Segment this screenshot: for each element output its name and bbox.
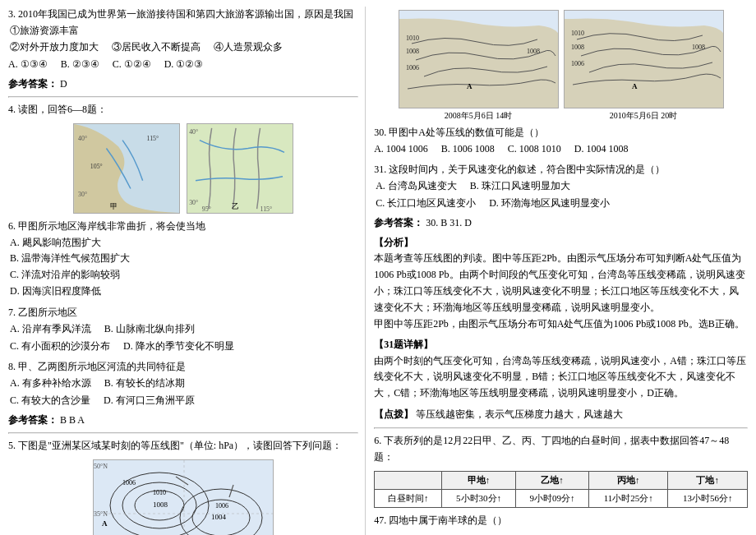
- q678-answer: B B A: [60, 414, 85, 426]
- svg-rect-5: [187, 124, 293, 213]
- daylight-table-container: 甲地↑ 乙地↑ 丙地↑ 丁地↑ 白昼时间↑ 5小时30分↑ 9小时09分↑ 11…: [374, 471, 748, 508]
- svg-text:95°: 95°: [202, 205, 211, 213]
- q8-optD: D. 有河口三角洲平原: [104, 393, 195, 408]
- map-jia-svg: 105° 115° 40° 30° 甲: [74, 124, 179, 213]
- svg-text:35°N: 35°N: [94, 510, 108, 518]
- map-left: 1008 1006 1010 1008 A: [399, 10, 559, 108]
- daylight-table: 甲地↑ 乙地↑ 丙地↑ 丁地↑ 白昼时间↑ 5小时30分↑ 9小时09分↑ 11…: [374, 471, 748, 508]
- q3-opt-row: ②对外开放力度加大 ③居民收入不断提高 ④人造景观众多: [10, 39, 358, 55]
- q31-row2: C. 长江口地区风速变小 D. 环渤海地区风速明显变小: [376, 196, 748, 211]
- question-6: 6. 甲图所示地区海岸线非常曲折，将会使当地 A. 飓风影响范围扩大 B. 温带…: [8, 219, 358, 300]
- q3-choiceC: C. ①②④: [113, 57, 151, 72]
- q4-maps: 105° 115° 40° 30° 甲: [8, 123, 358, 214]
- svg-text:1008: 1008: [153, 500, 168, 509]
- q3-options: ①旅游资源丰富 ②对外开放力度加大 ③居民收入不断提高 ④人造景观众多: [10, 23, 358, 55]
- question-5: 5. 下图是"亚洲某区域某时刻的等压线图"（单位: hPa），读图回答下列问题：…: [8, 438, 358, 535]
- map-right-container: 1008 1006 1010 1008 A 2010年5月6日 20时: [564, 10, 724, 122]
- q31-row1: A. 台湾岛风速变大 B. 珠江口风速明显加大: [376, 178, 748, 194]
- q31-optB: B. 珠江口风速明显加大: [470, 178, 570, 194]
- right-column: 1008 1006 1010 1008 A 2008年5月6日 14时: [366, 7, 748, 535]
- svg-text:1004: 1004: [211, 513, 227, 521]
- table-th-jia: 甲地↑: [442, 471, 515, 489]
- svg-text:1006: 1006: [122, 479, 136, 487]
- svg-text:40°: 40°: [78, 134, 87, 141]
- question-7: 7. 乙图所示地区 A. 沿岸有季风洋流 B. 山脉南北纵向排列 C. 有小面积…: [8, 305, 358, 354]
- q6-optA: A. 飓风影响范围扩大: [10, 235, 358, 251]
- q6-optC: C. 洋流对沿岸的影响较弱: [10, 267, 358, 284]
- svg-text:A: A: [102, 519, 108, 528]
- q3-text: 3. 2010年我国已成为世界第一旅游接待国和第四大旅游客源输出国，原因是我国: [8, 7, 358, 23]
- divider-3: [374, 427, 748, 429]
- table-row: 白昼时间↑ 5小时30分↑ 9小时09分↑ 11小时25分↑ 13小时56分↑: [375, 489, 748, 507]
- q678-answer-label: 参考答案：: [8, 414, 58, 426]
- q5-map: 1008 1010 1006 1004 1006 A: [93, 459, 274, 535]
- q30-optC: C. 1008 1010: [508, 141, 561, 157]
- q7-row2: C. 有小面积的沙漠分布 D. 降水的季节变化不明显: [10, 339, 358, 354]
- q3031-answer-label: 参考答案：: [374, 217, 423, 228]
- map-jia: 105° 115° 40° 30° 甲: [73, 123, 180, 214]
- table-th-yi: 乙地↑: [515, 471, 588, 489]
- q8-row1: A. 有多种补给水源 B. 有较长的结冰期: [10, 376, 358, 391]
- q7-optB: B. 山脉南北纵向排列: [104, 321, 195, 337]
- q47-text: 47. 四地中属于南半球的是（）: [374, 513, 748, 529]
- q31-analysis-text: 由两个时刻的气压变化可知，台湾岛等压线变稀疏，说明风速变小，A错；珠江口等压线变…: [374, 353, 748, 402]
- q3031-answer: 30. B 31. D: [426, 217, 472, 228]
- svg-text:30°: 30°: [189, 199, 198, 206]
- q8-row2: C. 有较大的含沙量 D. 有河口三角洲平原: [10, 393, 358, 408]
- weather-map-left-svg: 1008 1006 1010 1008 A: [399, 11, 559, 108]
- table-th-bing: 丙地↑: [589, 471, 668, 489]
- svg-text:1006: 1006: [571, 60, 584, 67]
- q30-optA: A. 1004 1006: [374, 141, 428, 157]
- q3-answer-block: 参考答案： D: [8, 77, 358, 91]
- svg-text:A: A: [467, 82, 472, 90]
- svg-text:40°: 40°: [189, 128, 198, 136]
- question-30: 30. 甲图中A处等压线的数值可能是（） A. 1004 1006 B. 100…: [374, 125, 748, 157]
- divider-1: [8, 96, 358, 98]
- top-maps: 1008 1006 1010 1008 A 2008年5月6日 14时: [374, 10, 748, 122]
- q31-text: 31. 这段时间内，关于风速变化的叙述，符合图中实际情况的是（）: [374, 162, 748, 178]
- tip-block: 【点拨】 等压线越密集，表示气压梯度力越大，风速越大: [374, 407, 748, 422]
- q3-choiceB: B. ②③④: [61, 57, 99, 72]
- map-left-label: 2008年5月6日 14时: [445, 110, 513, 122]
- q4-intro-text: 4. 读图，回答6—8题：: [8, 102, 358, 118]
- analysis2-text: 甲图中等压距2Pb，由图示气压场分布可知A处气压值为1006 Pb或1008 P…: [374, 316, 748, 333]
- q3-opt2: ②对外开放力度加大: [10, 39, 99, 55]
- analysis-label: 【分析】: [374, 237, 413, 248]
- divider-2: [8, 432, 358, 434]
- svg-text:105°: 105°: [90, 163, 103, 170]
- tip-text: 等压线越密集，表示气压梯度力越大，风速越大: [416, 408, 623, 420]
- svg-text:1010: 1010: [406, 35, 419, 42]
- table-header-row: 甲地↑ 乙地↑ 丙地↑ 丁地↑: [375, 471, 748, 489]
- table-bing-val: 11小时25分↑: [589, 489, 668, 507]
- svg-rect-11: [94, 460, 274, 535]
- svg-text:1008: 1008: [571, 44, 584, 51]
- q8-text: 8. 甲、乙两图所示地区河流的共同特征是: [8, 359, 358, 376]
- question-47: 47. 四地中属于南半球的是（）: [374, 513, 748, 529]
- svg-text:甲: 甲: [110, 202, 118, 210]
- q3-opt4: ④人造景观众多: [214, 39, 283, 55]
- svg-text:115°: 115°: [260, 205, 273, 213]
- q3-opt1: ①旅游资源丰富: [10, 23, 358, 39]
- q31-analysis-block: 【31题详解】 由两个时刻的气压变化可知，台湾岛等压线变稀疏，说明风速变小，A错…: [374, 337, 748, 402]
- q3-choices: A. ①③④ B. ②③④ C. ①②④ D. ①②③: [8, 57, 358, 72]
- table-th-ding: 丁地↑: [668, 471, 748, 489]
- table-ding-val: 13小时56分↑: [668, 489, 748, 507]
- table-yi-val: 9小时09分↑: [515, 489, 588, 507]
- left-column: 3. 2010年我国已成为世界第一旅游接待国和第四大旅游客源输出国，原因是我国 …: [8, 7, 366, 535]
- svg-text:1006: 1006: [215, 502, 228, 510]
- q7-row1: A. 沿岸有季风洋流 B. 山脉南北纵向排列: [10, 321, 358, 337]
- analysis-text: 本题考查等压线图的判读。图中等压距2Pb。由图示气压场分布可知判断A处气压值为1…: [374, 251, 748, 316]
- question-8: 8. 甲、乙两图所示地区河流的共同特征是 A. 有多种补给水源 B. 有较长的结…: [8, 359, 358, 408]
- table-th-empty: [375, 471, 442, 489]
- q7-optC: C. 有小面积的沙漠分布: [10, 339, 110, 354]
- q31-optD: D. 环渤海地区风速明显变小: [489, 196, 610, 211]
- q3-choiceA: A. ①③④: [8, 57, 48, 72]
- q6-table-text: 6. 下表所列的是12月22日甲、乙、丙、丁四地的白昼时间，据表中数据回答47～…: [374, 433, 748, 466]
- svg-text:50°N: 50°N: [94, 463, 108, 470]
- q678-answer-block: 参考答案： B B A: [8, 413, 358, 427]
- q8-optA: A. 有多种补给水源: [10, 376, 91, 391]
- table-row-label: 白昼时间↑: [375, 489, 442, 507]
- q3031-answer-block: 参考答案： 30. B 31. D: [374, 216, 748, 230]
- q31-options: A. 台湾岛风速变大 B. 珠江口风速明显加大 C. 长江口地区风速变小 D. …: [376, 178, 748, 211]
- q3-opt3: ③居民收入不断提高: [112, 39, 201, 55]
